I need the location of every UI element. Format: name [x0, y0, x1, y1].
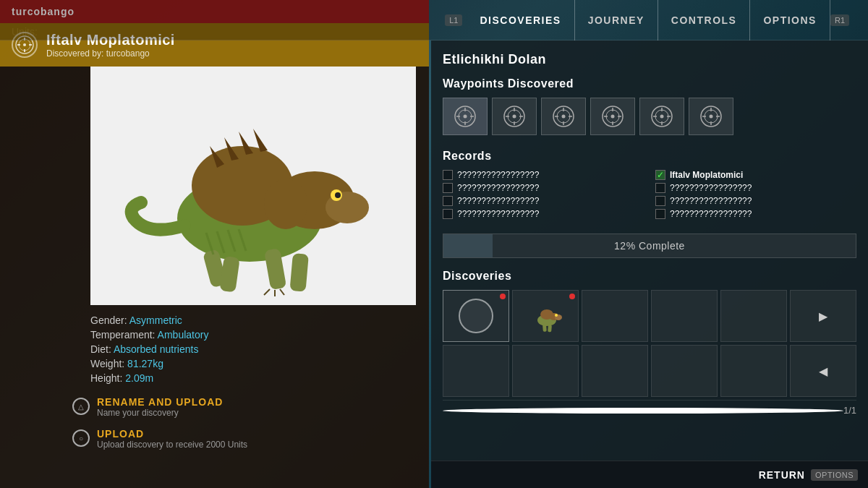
- svg-rect-21: [219, 256, 239, 293]
- discoveries-title: Discoveries: [443, 270, 856, 283]
- checkbox-r2[interactable]: [655, 183, 665, 193]
- upload-button[interactable]: ○ UPLOAD Upload discovery to receive 200…: [72, 428, 420, 450]
- creature-image: [90, 67, 416, 305]
- record-text-r3: ?????????????????: [670, 196, 752, 206]
- right-panel: Etlichikhi Dolan Waypoints Discovered: [431, 40, 868, 488]
- waypoint-3[interactable]: [541, 98, 586, 135]
- checkbox-r3[interactable]: [655, 196, 665, 206]
- disc-cell-8[interactable]: [512, 345, 579, 397]
- checkbox-l2[interactable]: [443, 183, 453, 193]
- rename-desc: Name your discovery: [97, 408, 223, 418]
- weight-label: Weight:: [90, 358, 124, 369]
- creature-thumb-2: [528, 299, 563, 333]
- progress-bar: 12% Complete: [443, 234, 856, 258]
- svg-point-6: [23, 43, 26, 46]
- disc-cell-4[interactable]: [651, 290, 718, 342]
- discoveries-row-2: ◀: [443, 345, 856, 397]
- waypoint-4[interactable]: [590, 98, 635, 135]
- temperament-stat: Temperament: Ambulatory: [90, 329, 416, 341]
- diet-label: Diet:: [90, 343, 111, 355]
- svg-rect-76: [542, 325, 547, 332]
- svg-line-26: [264, 289, 270, 295]
- bottom-bar: RETURN OPTIONS: [431, 461, 868, 488]
- records-grid: ????????????????? ????????????????? ????…: [443, 170, 856, 222]
- svg-rect-19: [289, 253, 308, 292]
- waypoint-icon-4: [600, 103, 626, 129]
- action-buttons: △ RENAME AND UPLOAD Name your discovery …: [72, 396, 420, 460]
- creature-svg: [90, 67, 416, 305]
- checkbox-l4[interactable]: [443, 209, 453, 219]
- red-dot-2: [569, 294, 575, 299]
- temperament-value: Ambulatory: [158, 329, 209, 341]
- disc-cell-10[interactable]: [651, 345, 718, 397]
- disc-cell-11[interactable]: [720, 345, 787, 397]
- record-text-r1: Iftalv Moplatomici: [670, 170, 743, 180]
- rename-icon: △: [72, 398, 90, 415]
- disc-cell-7[interactable]: [443, 345, 509, 397]
- checkbox-r4[interactable]: [655, 209, 665, 219]
- svg-rect-77: [548, 325, 552, 332]
- disc-cell-5[interactable]: [720, 290, 787, 342]
- record-right-4: ?????????????????: [655, 209, 856, 219]
- disc-cell-9[interactable]: [582, 345, 648, 397]
- pagination-row: 1/1: [443, 400, 856, 420]
- right-arrow: ▶: [819, 309, 827, 323]
- weight-value: 81.27kg: [127, 358, 163, 369]
- page-dot-1: [443, 408, 843, 414]
- waypoints-title: Waypoints Discovered: [443, 77, 856, 90]
- record-right-3: ?????????????????: [655, 196, 856, 206]
- r1-trigger: R1: [830, 14, 849, 26]
- nav-controls[interactable]: CONTROLS: [658, 0, 751, 40]
- rename-text: RENAME AND UPLOAD Name your discovery: [97, 396, 223, 418]
- nav-options[interactable]: OPTIONS: [750, 0, 830, 40]
- records-title: Records: [443, 150, 856, 163]
- svg-point-10: [264, 179, 307, 229]
- record-left-3: ?????????????????: [443, 196, 644, 206]
- checkbox-l1[interactable]: [443, 170, 453, 180]
- record-text-l2: ?????????????????: [457, 183, 539, 193]
- record-text-l3: ?????????????????: [457, 196, 539, 206]
- svg-point-63: [660, 115, 664, 119]
- upload-desc: Upload discovery to receive 2000 Units: [97, 440, 247, 450]
- rename-upload-button[interactable]: △ RENAME AND UPLOAD Name your discovery: [72, 396, 420, 418]
- diet-stat: Diet: Absorbed nutrients: [90, 343, 416, 355]
- upload-title: UPLOAD: [97, 428, 247, 440]
- waypoint-icon-6: [698, 103, 724, 129]
- left-arrow: ◀: [819, 364, 827, 378]
- svg-point-56: [611, 115, 615, 119]
- disc-cell-1[interactable]: [443, 290, 509, 342]
- waypoint-2[interactable]: [492, 98, 537, 135]
- disc-cell-12-arrow[interactable]: ◀: [790, 345, 856, 397]
- waypoint-1[interactable]: [443, 98, 488, 135]
- discoveries-section: Discoveries: [443, 270, 856, 420]
- waypoint-6[interactable]: [689, 98, 733, 135]
- thumb-circle-1: [459, 299, 493, 333]
- options-badge: OPTIONS: [811, 469, 858, 481]
- l1-trigger: L1: [445, 14, 462, 26]
- height-value: 2.09m: [125, 372, 153, 384]
- red-dot-1: [500, 294, 506, 299]
- records-left: ????????????????? ????????????????? ????…: [443, 170, 644, 222]
- waypoints-row: [443, 98, 856, 135]
- checkbox-l3[interactable]: [443, 196, 453, 206]
- diet-value: Absorbed nutrients: [114, 343, 199, 355]
- disc-cell-6-arrow[interactable]: ▶: [790, 290, 856, 342]
- waypoint-5[interactable]: [639, 98, 684, 135]
- waypoint-icon-2: [501, 103, 527, 129]
- upload-icon: ○: [72, 429, 90, 447]
- record-text-r2: ?????????????????: [670, 183, 752, 193]
- checkbox-r1[interactable]: ✓: [655, 170, 665, 180]
- progress-text: 12% Complete: [614, 240, 685, 252]
- height-label: Height:: [90, 372, 122, 384]
- height-stat: Height: 2.09m: [90, 372, 416, 384]
- svg-point-13: [335, 192, 341, 198]
- record-left-1: ?????????????????: [443, 170, 644, 180]
- top-nav: L1 DISCOVERIES JOURNEY CONTROLS OPTIONS …: [0, 0, 868, 40]
- disc-cell-3[interactable]: [582, 290, 648, 342]
- upload-text: UPLOAD Upload discovery to receive 2000 …: [97, 428, 247, 450]
- discoveries-row-1: ▶: [443, 290, 856, 342]
- disc-cell-2[interactable]: [512, 290, 579, 342]
- nav-journey[interactable]: JOURNEY: [575, 0, 658, 40]
- gender-stat: Gender: Asymmetric: [90, 314, 416, 326]
- nav-discoveries[interactable]: DISCOVERIES: [467, 0, 574, 40]
